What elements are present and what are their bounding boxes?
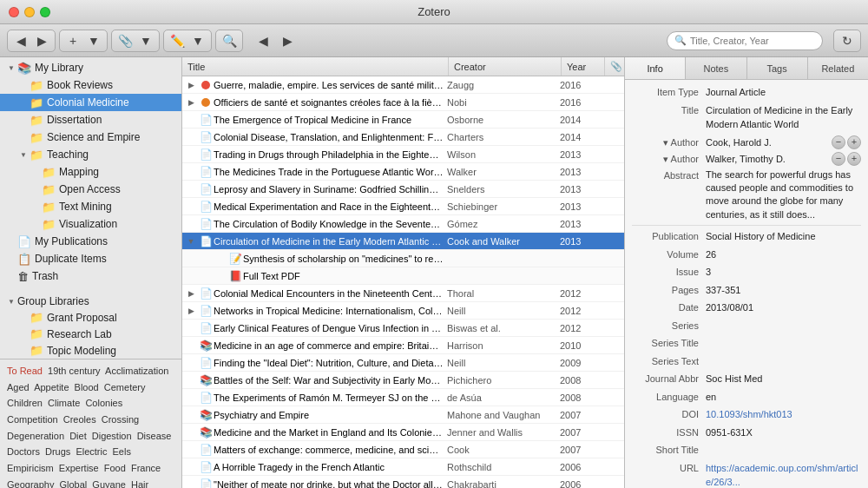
table-row[interactable]: 📚 Battles of the Self: War and Subjectiv… (182, 372, 624, 389)
table-row[interactable]: 📄 Matters of exchange: commerce, medicin… (182, 441, 624, 458)
table-row[interactable]: 📄 Finding the "Ideal Diet": Nutrition, C… (182, 354, 624, 372)
doi-value[interactable]: 10.1093/shm/hkt013 (706, 407, 861, 422)
tools-button[interactable]: ✏️ (168, 31, 187, 50)
tag[interactable]: Appetite (34, 382, 69, 392)
tag[interactable]: Disease (137, 431, 172, 441)
new-item-button[interactable]: + (63, 31, 82, 50)
author-add-button[interactable]: + (847, 152, 861, 166)
table-row[interactable]: 📚 Medicine and the Market in England and… (182, 424, 624, 441)
add-dropdown[interactable]: ▼ (136, 31, 155, 50)
table-row-child[interactable]: 📕 Full Text PDF (182, 267, 624, 285)
sidebar-item-my-publications[interactable]: 📄 My Publications (0, 233, 181, 250)
language-value[interactable]: en (706, 390, 861, 405)
tag[interactable]: Diet (69, 431, 87, 441)
publication-value[interactable]: Social History of Medicine (706, 229, 861, 244)
close-button[interactable] (9, 7, 19, 17)
tag[interactable]: Empiricism (7, 463, 54, 473)
author-remove-button[interactable]: − (832, 135, 845, 149)
tag[interactable]: Electric (76, 446, 107, 457)
tools-dropdown[interactable]: ▼ (188, 31, 207, 50)
table-row[interactable]: 📄 The Emergence of Tropical Medicine in … (182, 111, 624, 129)
item-type-value[interactable]: Journal Article (706, 85, 861, 100)
volume-value[interactable]: 26 (706, 247, 861, 262)
author-remove-button[interactable]: − (832, 152, 845, 166)
table-row-child[interactable]: 📝 Synthesis of scholarship on "medicines… (182, 250, 624, 267)
tag[interactable]: Eels (113, 446, 131, 457)
sidebar-item-text-mining[interactable]: 📁 Text Mining (0, 198, 181, 215)
sidebar-item-open-access[interactable]: 📁 Open Access (0, 181, 181, 198)
tag[interactable]: Hair (131, 479, 148, 488)
left-arrow[interactable]: ◀ (253, 31, 273, 50)
sidebar-item-grant-proposal[interactable]: 📁 Grant Proposal (0, 309, 181, 326)
col-header-creator[interactable]: Creator (449, 57, 562, 76)
sidebar-item-trash[interactable]: 🗑 Trash (0, 267, 181, 285)
table-row[interactable]: 📚 Medicine in an age of commerce and emp… (182, 337, 624, 354)
sidebar-group-libraries[interactable]: ▼ Group Libraries (0, 293, 181, 309)
table-row[interactable]: ▶ 📄 Colonial Medical Encounters in the N… (182, 285, 624, 302)
pages-value[interactable]: 337-351 (706, 283, 861, 298)
sidebar-item-visualization[interactable]: 📁 Visualization (0, 215, 181, 233)
sidebar-item-mapping[interactable]: 📁 Mapping (0, 163, 181, 181)
sidebar-item-my-library[interactable]: ▼ 📚 My Library (0, 59, 181, 76)
tag[interactable]: Drugs (45, 446, 70, 457)
tag[interactable]: Doctors (7, 446, 40, 457)
tag[interactable]: Degeneration (7, 431, 64, 441)
tab-notes[interactable]: Notes (686, 57, 746, 79)
expand-arrow[interactable]: ▶ (184, 98, 198, 107)
tag[interactable]: Geography (7, 479, 54, 488)
table-row[interactable]: 📄 Medical Experimentation and Race in th… (182, 198, 624, 215)
tag[interactable]: Global (60, 479, 88, 488)
table-row[interactable]: 📄 Early Clinical Features of Dengue Viru… (182, 320, 624, 337)
sidebar-item-science-empire[interactable]: 📁 Science and Empire (0, 129, 181, 146)
tab-tags[interactable]: Tags (747, 57, 808, 79)
search-input[interactable] (690, 36, 815, 46)
issn-value[interactable]: 0951-631X (706, 425, 861, 440)
right-arrow[interactable]: ▶ (278, 31, 297, 50)
table-row-selected[interactable]: ▼ 📄 Circulation of Medicine in the Early… (182, 233, 624, 250)
issue-value[interactable]: 3 (706, 265, 861, 280)
search-box[interactable]: 🔍 (667, 31, 823, 50)
expand-arrow[interactable]: ▶ (184, 307, 198, 315)
table-row[interactable]: 📄 The Experiments of Ramón M. Termeyer S… (182, 389, 624, 406)
tag[interactable]: Digestion (92, 431, 132, 441)
tag[interactable]: Creoles (63, 414, 96, 425)
table-row[interactable]: ▶ Officiers de santé et soignantes créol… (182, 94, 624, 111)
table-row[interactable]: 📄 Leprosy and Slavery in Suriname: Godfr… (182, 181, 624, 198)
tag[interactable]: Competition (7, 414, 58, 425)
sidebar-item-topic-modeling[interactable]: 📁 Topic Modeling (0, 342, 181, 359)
forward-button[interactable]: ▶ (32, 31, 51, 50)
tag[interactable]: Climate (48, 398, 80, 408)
tag[interactable]: 19th century (48, 366, 101, 376)
sidebar-item-teaching[interactable]: ▼ 📁 Teaching (0, 146, 181, 163)
tag[interactable]: Colonies (85, 398, 122, 408)
col-header-title[interactable]: Title (182, 57, 449, 76)
tag[interactable]: Crossing (102, 414, 139, 425)
tag[interactable]: Expertise (59, 463, 99, 473)
tag-to-read[interactable]: To Read (7, 366, 43, 376)
sidebar-item-colonial-medicine[interactable]: 📁 Colonial Medicine (0, 94, 181, 111)
abstract-value[interactable]: The search for powerful drugs has caused… (706, 168, 861, 222)
sidebar-item-book-reviews[interactable]: 📁 Book Reviews (0, 76, 181, 94)
tab-info[interactable]: Info (625, 57, 686, 79)
expand-arrow[interactable]: ▼ (184, 237, 198, 246)
tag[interactable]: Food (104, 463, 126, 473)
author-name[interactable]: Cook, Harold J. (706, 137, 772, 148)
back-button[interactable]: ◀ (11, 31, 30, 50)
sync-button[interactable]: ↻ (838, 31, 857, 50)
tag[interactable]: Children (7, 398, 43, 408)
sidebar-item-dissertation[interactable]: 📁 Dissertation (0, 111, 181, 129)
window-controls[interactable] (9, 7, 50, 17)
col-header-year[interactable]: Year (562, 57, 605, 76)
tag[interactable]: Cemetery (104, 382, 146, 392)
table-row[interactable]: ▶ 📄 Networks in Tropical Medicine: Inter… (182, 302, 624, 320)
table-row[interactable]: ▶ Guerre, maladie, empire. Les services … (182, 76, 624, 94)
table-row[interactable]: 📄 "Neither of meate nor drinke, but what… (182, 476, 624, 488)
url-value[interactable]: https://academic.oup.com/shm/article/26/… (706, 461, 861, 488)
tag[interactable]: Acclimatization (105, 366, 168, 376)
table-row[interactable]: 📄 A Horrible Tragedy in the French Atlan… (182, 458, 624, 476)
expand-arrow[interactable]: ▶ (184, 81, 198, 89)
date-value[interactable]: 2013/08/01 (706, 300, 861, 315)
table-row[interactable]: 📄 The Medicines Trade in the Portuguese … (182, 163, 624, 181)
tag[interactable]: France (131, 463, 161, 473)
tag[interactable]: Aged (7, 382, 30, 392)
